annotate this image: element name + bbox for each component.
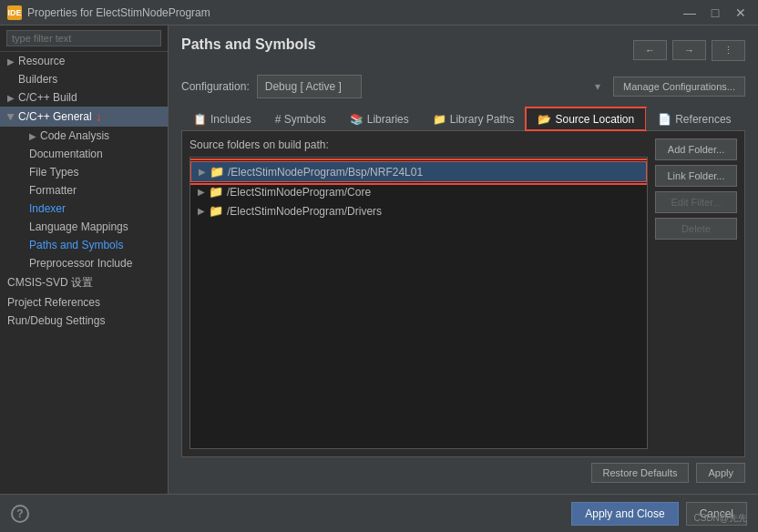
sourceloc-tab-icon: 📂	[538, 113, 551, 126]
sidebar-item-run-debug[interactable]: Run/Debug Settings	[0, 312, 168, 330]
config-select[interactable]: Debug [ Active ]	[257, 75, 362, 98]
tab-includes-label: Includes	[210, 113, 251, 126]
edit-filter-button[interactable]: Edit Filter...	[655, 191, 737, 213]
config-label: Configuration:	[181, 80, 250, 93]
source-entry-drivers[interactable]: ▶ 📁 /ElectStimNodeProgram/Drivers	[190, 201, 647, 220]
sidebar-item-cmsis-svd[interactable]: CMSIS-SVD 设置	[0, 272, 168, 293]
sidebar-item-label: Formatter	[29, 184, 77, 197]
sidebar-item-label: Preprocessor Include	[29, 257, 132, 270]
libraries-tab-icon: 📚	[350, 113, 364, 126]
maximize-button[interactable]: □	[705, 3, 725, 23]
sidebar-item-label: Indexer	[29, 202, 66, 215]
sidebar-item-label: C/C++ Build	[18, 91, 77, 104]
tab-content-source-location: Source folders on build path: ▶ 📁 /Elect…	[181, 131, 745, 457]
sidebar-item-label: Resource	[18, 55, 65, 67]
sidebar-item-builders[interactable]: Builders	[0, 70, 168, 88]
entry-expand-arrow: ▶	[199, 167, 206, 177]
tab-references-label: References	[675, 113, 731, 126]
source-entry-path: /ElectStimNodeProgram/Drivers	[227, 205, 382, 218]
sidebar-filter-wrap	[0, 26, 168, 52]
sidebar-item-indexer[interactable]: Indexer	[0, 200, 168, 218]
restore-row: Restore Defaults Apply	[181, 457, 745, 486]
sidebar: ▶ Resource Builders ▶ C/C++ Build ▶ C/C+…	[0, 26, 169, 494]
apply-button[interactable]: Apply	[696, 463, 745, 483]
references-tab-icon: 📄	[658, 113, 671, 126]
sidebar-item-preprocessor-include[interactable]: Preprocessor Include	[0, 254, 168, 272]
sidebar-item-resource[interactable]: ▶ Resource	[0, 52, 168, 70]
sidebar-item-project-references[interactable]: Project References	[0, 293, 168, 312]
cancel-button[interactable]: Cancel	[686, 502, 747, 526]
help-button[interactable]: ?	[11, 505, 29, 523]
content-panel: Paths and Symbols ← → ⋮ Configuration: D…	[169, 26, 758, 494]
sidebar-item-label: File Types	[29, 166, 78, 179]
delete-button[interactable]: Delete	[655, 218, 737, 240]
main-layout: ▶ Resource Builders ▶ C/C++ Build ▶ C/C+…	[0, 26, 758, 494]
nav-back-button[interactable]: ←	[633, 40, 667, 60]
titlebar-left: IDE Properties for ElectStimNodeProgram	[7, 5, 210, 20]
tab-symbols-label: # Symbols	[275, 113, 326, 126]
tab-bar: 📋 Includes # Symbols 📚 Libraries 📁 Libra…	[181, 107, 745, 131]
tab-libpaths-label: Library Paths	[450, 113, 515, 126]
tab-libraries[interactable]: 📚 Libraries	[338, 107, 421, 130]
sidebar-item-file-types[interactable]: File Types	[0, 163, 168, 181]
config-select-wrap: Debug [ Active ]	[257, 75, 606, 98]
sidebar-item-code-analysis[interactable]: ▶ Code Analysis	[0, 127, 168, 145]
tab-libraries-label: Libraries	[367, 113, 409, 126]
libpaths-tab-icon: 📁	[433, 113, 446, 126]
nav-menu-button[interactable]: ⋮	[712, 40, 745, 61]
tab-symbols[interactable]: # Symbols	[263, 107, 338, 130]
window-controls: — □ ✕	[680, 3, 751, 23]
expand-arrow: ▶	[7, 56, 15, 66]
sidebar-item-label: Paths and Symbols	[29, 239, 123, 251]
action-buttons-panel: Add Folder... Link Folder... Edit Filter…	[655, 138, 737, 449]
sidebar-item-label: Code Analysis	[40, 129, 109, 142]
folder-icon: 📁	[210, 165, 224, 179]
source-entry-path: /ElectStimNodeProgram/Core	[227, 186, 371, 199]
sidebar-item-label: Builders	[18, 73, 57, 86]
source-list: ▶ 📁 /ElectStimNodeProgram/Bsp/NRF24L01 ▶…	[190, 157, 648, 449]
annotation-arrow: ↓	[96, 109, 102, 124]
restore-defaults-button[interactable]: Restore Defaults	[591, 463, 690, 483]
folder-icon: 📁	[209, 204, 223, 218]
source-entry-bsp[interactable]: ▶ 📁 /ElectStimNodeProgram/Bsp/NRF24L01	[190, 161, 647, 182]
sidebar-item-label: CMSIS-SVD 设置	[7, 275, 93, 291]
config-row: Configuration: Debug [ Active ] Manage C…	[181, 75, 745, 98]
expand-arrow: ▶	[29, 131, 36, 141]
sidebar-item-language-mappings[interactable]: Language Mappings	[0, 218, 168, 236]
entry-expand-arrow: ▶	[198, 206, 205, 216]
manage-configurations-button[interactable]: Manage Configurations...	[613, 77, 745, 97]
folder-icon: 📁	[209, 185, 223, 199]
nav-forward-button[interactable]: →	[672, 40, 706, 60]
sidebar-item-label: C/C++ General	[18, 110, 92, 123]
sidebar-item-paths-symbols[interactable]: Paths and Symbols	[0, 236, 168, 254]
add-folder-button[interactable]: Add Folder...	[655, 138, 737, 160]
source-panel: Source folders on build path: ▶ 📁 /Elect…	[190, 138, 648, 449]
link-folder-button[interactable]: Link Folder...	[655, 165, 737, 187]
tab-library-paths[interactable]: 📁 Library Paths	[421, 107, 527, 130]
sidebar-item-documentation[interactable]: Documentation	[0, 145, 168, 163]
filter-input[interactable]	[6, 30, 161, 46]
source-entry-path: /ElectStimNodeProgram/Bsp/NRF24L01	[228, 166, 423, 179]
tab-includes[interactable]: 📋 Includes	[181, 107, 263, 130]
bottom-bar: ? Apply and Close Cancel	[0, 494, 758, 532]
bottom-actions: Apply and Close Cancel	[571, 502, 747, 526]
sidebar-item-cpp-general[interactable]: ▶ C/C++ General ↓	[0, 107, 168, 127]
sidebar-item-formatter[interactable]: Formatter	[0, 181, 168, 200]
sidebar-item-label: Language Mappings	[29, 220, 128, 233]
expand-arrow: ▶	[6, 113, 16, 120]
minimize-button[interactable]: —	[680, 3, 700, 23]
page-title: Paths and Symbols	[181, 36, 316, 53]
tab-references[interactable]: 📄 References	[646, 107, 743, 130]
titlebar: IDE Properties for ElectStimNodeProgram …	[0, 0, 758, 26]
sidebar-item-cpp-build[interactable]: ▶ C/C++ Build	[0, 88, 168, 107]
source-entry-core[interactable]: ▶ 📁 /ElectStimNodeProgram/Core	[190, 182, 647, 201]
source-folders-label: Source folders on build path:	[190, 138, 648, 151]
entry-expand-arrow: ▶	[198, 187, 205, 197]
sidebar-item-label: Documentation	[29, 148, 103, 160]
sidebar-item-label: Run/Debug Settings	[7, 314, 105, 327]
includes-tab-icon: 📋	[193, 113, 207, 126]
tab-source-location[interactable]: 📂 Source Location	[526, 107, 646, 130]
close-button[interactable]: ✕	[731, 3, 751, 23]
apply-close-button[interactable]: Apply and Close	[571, 502, 678, 526]
help-area: ?	[11, 505, 29, 523]
